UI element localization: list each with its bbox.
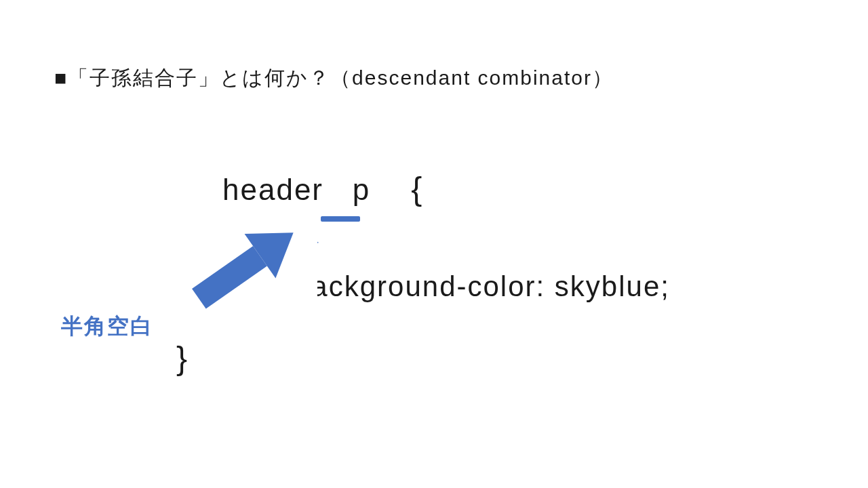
selector-space [323,172,353,208]
selector-header: header [222,172,323,208]
arrow-icon [175,211,317,320]
annotation-label: 半角空白 [61,312,153,342]
svg-rect-2 [192,246,267,309]
open-brace: { [411,169,423,209]
space-underline [321,216,360,222]
slide-title: ■「子孫結合子」とは何か？（descendant combinator） [54,64,614,92]
slide: ■「子孫結合子」とは何か？（descendant combinator） hea… [0,0,868,488]
close-brace: } [176,339,189,378]
code-line-selector: header p{ [222,169,423,209]
selector-p: p [353,172,370,208]
code-line-declaration: background-color: skyblue; [294,270,670,304]
